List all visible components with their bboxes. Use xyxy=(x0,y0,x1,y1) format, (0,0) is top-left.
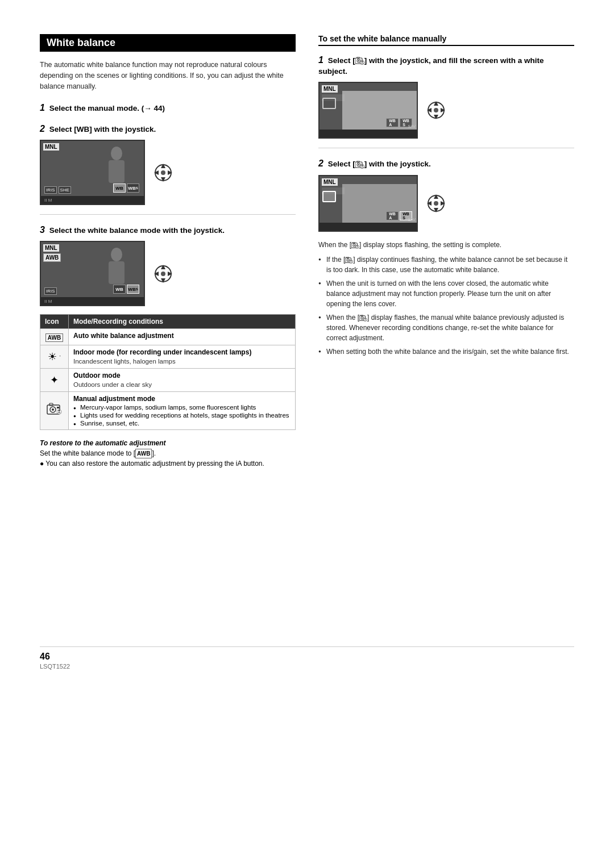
svg-point-40 xyxy=(362,165,363,166)
wb-box-active: WB xyxy=(113,183,126,193)
right-step-1-number: 1 xyxy=(318,55,323,65)
joystick-icon-step3 xyxy=(152,262,175,285)
svg-point-18 xyxy=(52,408,54,411)
step-2: 2 Select [WB] with the joystick. MNL xyxy=(40,123,296,205)
right-step-1-header: 1 Select [] with the joystick, and fill … xyxy=(318,54,574,77)
svg-marker-5 xyxy=(161,177,165,182)
step-1-number: 1 xyxy=(40,103,45,112)
right-step-2: 2 Select [] with the joystick. MNL WBA W… xyxy=(318,157,574,231)
note-bullet-1: If the [] display continues flashing, th… xyxy=(318,254,574,275)
page-footer: 46 LSQT1522 xyxy=(40,646,574,834)
svg-marker-32 xyxy=(434,115,438,119)
table-desc-awb: Auto white balance adjustment xyxy=(69,329,296,345)
mnl-label-r2: MNL xyxy=(322,178,338,186)
awb-icon: AWB xyxy=(45,333,63,342)
table-header-mode: Mode/Recording conditions xyxy=(69,315,296,329)
outdoor-icon: ✦ xyxy=(50,374,59,386)
wb-box-2-active: WBS xyxy=(127,285,139,294)
note-bullet-3: When the [] display flashes, the manual … xyxy=(318,312,574,343)
svg-marker-31 xyxy=(441,108,445,112)
step-1: 1 Select the manual mode. (→ 44) xyxy=(40,102,296,114)
divider-1 xyxy=(40,214,296,215)
step-1-text: Select the manual mode. (→ 44) xyxy=(49,104,165,112)
bottom-bar: II M xyxy=(41,196,144,204)
svg-point-61 xyxy=(362,317,363,318)
right-step-2-number: 2 xyxy=(318,158,323,168)
left-column: White balance The automatic white balanc… xyxy=(40,34,296,633)
right-column: To set the white balance manually 1 Sele… xyxy=(318,34,574,633)
bottom-bar-step3: II M xyxy=(41,297,144,305)
right-step-2-camera-row: MNL WBA WBS SAV xyxy=(318,175,574,232)
step-2-camera-row: MNL WB WBS xyxy=(40,140,296,205)
svg-marker-12 xyxy=(168,272,172,276)
joystick-icon-right-1 xyxy=(425,99,447,122)
bottom-bar-r2 xyxy=(320,223,417,231)
manual-icon-inline1 xyxy=(355,57,364,65)
svg-marker-6 xyxy=(154,170,159,175)
table-icon-manual xyxy=(40,392,69,430)
right-step-1: 1 Select [] with the joystick, and fill … xyxy=(318,54,574,139)
step-3: 3 Select the white balance mode with the… xyxy=(40,224,296,306)
restore-text2: ● You can also restore the automatic adj… xyxy=(40,458,296,469)
svg-point-58 xyxy=(351,260,352,261)
svg-point-8 xyxy=(111,248,122,261)
indoor-icon: ☀ xyxy=(48,351,57,362)
doc-code: LSQT1522 xyxy=(40,663,574,670)
table-desc-manual: Manual adjustment mode ●Mercury-vapor la… xyxy=(69,392,296,430)
right-step-2-header: 2 Select [] with the joystick. xyxy=(318,157,574,170)
step-2-text: Select [WB] with the joystick. xyxy=(49,125,156,133)
wb-box-inactive: WBS xyxy=(127,183,139,193)
svg-marker-4 xyxy=(168,170,172,175)
svg-marker-13 xyxy=(161,278,165,283)
svg-rect-9 xyxy=(109,261,125,284)
right-divider xyxy=(318,148,574,148)
table-header-icon: Icon xyxy=(40,315,69,329)
svg-point-7 xyxy=(161,170,165,175)
svg-point-46 xyxy=(434,201,438,206)
svg-point-34 xyxy=(434,108,438,112)
joystick-icon-right-2 xyxy=(425,192,447,215)
table-desc-indoor: Indoor mode (for recording under incande… xyxy=(69,345,296,369)
step-3-number: 3 xyxy=(40,225,45,235)
table-row-outdoor: ✦ Outdoor mode Outdoors under a clear sk… xyxy=(40,369,296,392)
mnl-label-r1: MNL xyxy=(322,85,338,93)
right-section-header: To set the white balance manually xyxy=(318,34,574,46)
svg-rect-20 xyxy=(57,407,59,408)
right-camera-screen-1: MNL WBA WBS SAV xyxy=(318,82,418,139)
table-desc-outdoor: Outdoor mode Outdoors under a clear sky xyxy=(69,369,296,392)
step-3-header: 3 Select the white balance mode with the… xyxy=(40,224,296,236)
table-icon-indoor: ☀ · xyxy=(40,345,69,369)
svg-point-37 xyxy=(358,164,359,165)
step-2-number: 2 xyxy=(40,124,45,133)
manual-icon-inline2 xyxy=(355,161,364,169)
svg-point-52 xyxy=(356,245,358,247)
svg-marker-14 xyxy=(154,272,159,276)
page-title: White balance xyxy=(40,34,296,52)
camera-screen-step3: MNL AWB WB WBS xyxy=(40,241,145,306)
camera-screen-step2: MNL WB WBS xyxy=(40,140,145,205)
svg-rect-19 xyxy=(49,403,53,406)
wb-box-1: WB xyxy=(113,285,126,294)
table-icon-awb: AWB xyxy=(40,329,69,345)
restore-title: To restore to the automatic adjustment xyxy=(40,439,166,447)
right-step-1-text: Select [ xyxy=(328,56,355,65)
svg-point-15 xyxy=(161,272,165,276)
cursor-indicator xyxy=(322,98,336,109)
bottom-bar-r1 xyxy=(320,130,417,137)
note-bullet-2: When the unit is turned on with the lens… xyxy=(318,278,574,309)
restore-note: To restore to the automatic adjustment S… xyxy=(40,438,296,469)
svg-point-22 xyxy=(58,410,60,412)
step-2-header: 2 Select [WB] with the joystick. xyxy=(40,123,296,135)
svg-marker-44 xyxy=(434,208,438,212)
restore-text1: Set the white balance mode to [AWB]. xyxy=(40,448,296,458)
mode-table: Icon Mode/Recording conditions AWB Auto … xyxy=(40,314,296,430)
svg-point-28 xyxy=(362,61,363,62)
page-number: 46 xyxy=(40,652,574,662)
table-row-awb: AWB Auto white balance adjustment xyxy=(40,329,296,345)
svg-marker-3 xyxy=(161,164,165,168)
table-row-manual: Manual adjustment mode ●Mercury-vapor la… xyxy=(40,392,296,430)
table-row-indoor: ☀ · Indoor mode (for recording under inc… xyxy=(40,345,296,369)
svg-marker-43 xyxy=(441,201,445,206)
svg-point-64 xyxy=(364,318,366,319)
intro-text: The automatic white balance function may… xyxy=(40,60,296,91)
